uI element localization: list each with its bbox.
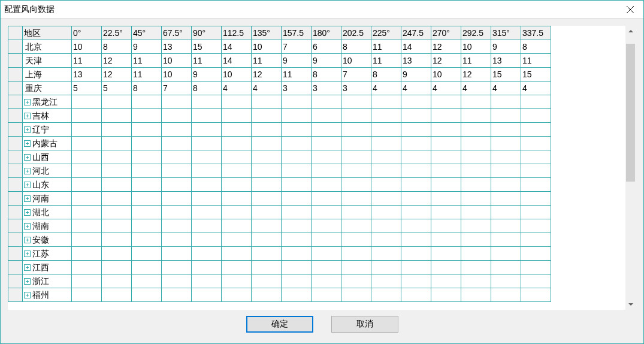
- data-cell-empty[interactable]: [491, 274, 521, 288]
- data-cell-empty[interactable]: [431, 233, 461, 247]
- data-cell-empty[interactable]: [72, 274, 102, 288]
- data-cell-empty[interactable]: [341, 123, 371, 137]
- data-cell-empty[interactable]: [461, 233, 491, 247]
- data-cell-empty[interactable]: [192, 164, 222, 178]
- data-cell-empty[interactable]: [252, 233, 282, 247]
- data-cell-empty[interactable]: [431, 247, 461, 261]
- expand-icon[interactable]: [24, 99, 31, 105]
- data-cell-empty[interactable]: [192, 95, 222, 109]
- data-cell[interactable]: 3: [312, 82, 341, 95]
- data-cell-empty[interactable]: [72, 219, 102, 233]
- data-cell-empty[interactable]: [72, 206, 102, 219]
- data-cell-empty[interactable]: [341, 247, 371, 261]
- data-cell-empty[interactable]: [102, 123, 132, 137]
- data-cell-empty[interactable]: [431, 109, 461, 123]
- data-cell[interactable]: 12: [431, 40, 461, 54]
- data-cell[interactable]: 14: [222, 40, 252, 54]
- data-cell-empty[interactable]: [371, 109, 401, 123]
- data-cell-empty[interactable]: [252, 109, 282, 123]
- data-cell-empty[interactable]: [132, 206, 162, 219]
- expand-icon[interactable]: [24, 223, 31, 230]
- data-cell-empty[interactable]: [371, 164, 401, 178]
- data-cell-empty[interactable]: [521, 288, 551, 302]
- data-cell-empty[interactable]: [252, 164, 282, 178]
- row-header-cell[interactable]: [8, 150, 23, 164]
- row-header-cell[interactable]: [8, 82, 23, 95]
- data-cell-empty[interactable]: [401, 261, 431, 274]
- data-cell[interactable]: 4: [401, 82, 431, 95]
- data-cell-empty[interactable]: [431, 178, 461, 192]
- data-cell-empty[interactable]: [192, 206, 222, 219]
- data-cell-empty[interactable]: [401, 274, 431, 288]
- data-cell-empty[interactable]: [102, 206, 132, 219]
- data-cell-empty[interactable]: [371, 150, 401, 164]
- data-cell-empty[interactable]: [341, 150, 371, 164]
- data-cell[interactable]: 9: [491, 40, 521, 54]
- data-cell-empty[interactable]: [192, 178, 222, 192]
- col-header[interactable]: 180°: [312, 26, 341, 40]
- region-cell-expandable[interactable]: 山西: [23, 150, 72, 164]
- data-cell-empty[interactable]: [192, 274, 222, 288]
- data-cell-empty[interactable]: [341, 233, 371, 247]
- data-cell-empty[interactable]: [431, 288, 461, 302]
- data-cell-empty[interactable]: [312, 219, 341, 233]
- data-cell[interactable]: 12: [461, 68, 491, 82]
- data-cell-empty[interactable]: [162, 274, 192, 288]
- col-header[interactable]: 157.5: [282, 26, 312, 40]
- data-cell[interactable]: 3: [341, 82, 371, 95]
- data-cell-empty[interactable]: [312, 274, 341, 288]
- row-header-cell[interactable]: [8, 219, 23, 233]
- data-cell[interactable]: 10: [72, 40, 102, 54]
- data-cell-empty[interactable]: [222, 137, 252, 150]
- data-cell[interactable]: 11: [371, 40, 401, 54]
- data-cell[interactable]: 13: [162, 40, 192, 54]
- data-cell-empty[interactable]: [431, 206, 461, 219]
- region-cell[interactable]: 上海: [23, 68, 72, 82]
- data-cell-empty[interactable]: [521, 95, 551, 109]
- data-cell-empty[interactable]: [371, 95, 401, 109]
- data-cell[interactable]: 10: [162, 68, 192, 82]
- data-cell-empty[interactable]: [282, 192, 312, 206]
- data-cell-empty[interactable]: [341, 219, 371, 233]
- row-header-cell[interactable]: [8, 54, 23, 68]
- data-cell-empty[interactable]: [252, 137, 282, 150]
- region-cell[interactable]: 北京: [23, 40, 72, 54]
- data-cell-empty[interactable]: [521, 137, 551, 150]
- region-cell-expandable[interactable]: 江苏: [23, 247, 72, 261]
- col-header[interactable]: 225°: [371, 26, 401, 40]
- data-cell-empty[interactable]: [341, 109, 371, 123]
- data-cell[interactable]: 5: [72, 82, 102, 95]
- data-cell-empty[interactable]: [491, 123, 521, 137]
- data-cell-empty[interactable]: [132, 233, 162, 247]
- data-cell-empty[interactable]: [72, 192, 102, 206]
- data-cell[interactable]: 4: [252, 82, 282, 95]
- data-cell[interactable]: 8: [371, 68, 401, 82]
- data-cell-empty[interactable]: [282, 219, 312, 233]
- data-cell-empty[interactable]: [312, 247, 341, 261]
- data-cell-empty[interactable]: [192, 137, 222, 150]
- data-cell-empty[interactable]: [491, 233, 521, 247]
- data-cell-empty[interactable]: [222, 274, 252, 288]
- data-cell-empty[interactable]: [521, 192, 551, 206]
- region-cell-expandable[interactable]: 河南: [23, 192, 72, 206]
- region-cell-expandable[interactable]: 福州: [23, 288, 72, 302]
- data-cell-empty[interactable]: [222, 164, 252, 178]
- data-cell-empty[interactable]: [282, 164, 312, 178]
- data-cell[interactable]: 8: [341, 40, 371, 54]
- data-cell[interactable]: 13: [72, 68, 102, 82]
- data-cell-empty[interactable]: [371, 219, 401, 233]
- data-cell-empty[interactable]: [431, 164, 461, 178]
- data-cell-empty[interactable]: [521, 109, 551, 123]
- data-cell-empty[interactable]: [132, 150, 162, 164]
- data-cell-empty[interactable]: [401, 150, 431, 164]
- row-header-cell[interactable]: [8, 233, 23, 247]
- data-cell[interactable]: 8: [192, 82, 222, 95]
- data-cell-empty[interactable]: [312, 123, 341, 137]
- data-cell-empty[interactable]: [192, 233, 222, 247]
- data-cell[interactable]: 13: [401, 54, 431, 68]
- data-cell-empty[interactable]: [461, 261, 491, 274]
- data-cell-empty[interactable]: [102, 288, 132, 302]
- data-cell-empty[interactable]: [192, 109, 222, 123]
- data-cell-empty[interactable]: [521, 206, 551, 219]
- data-cell-empty[interactable]: [102, 109, 132, 123]
